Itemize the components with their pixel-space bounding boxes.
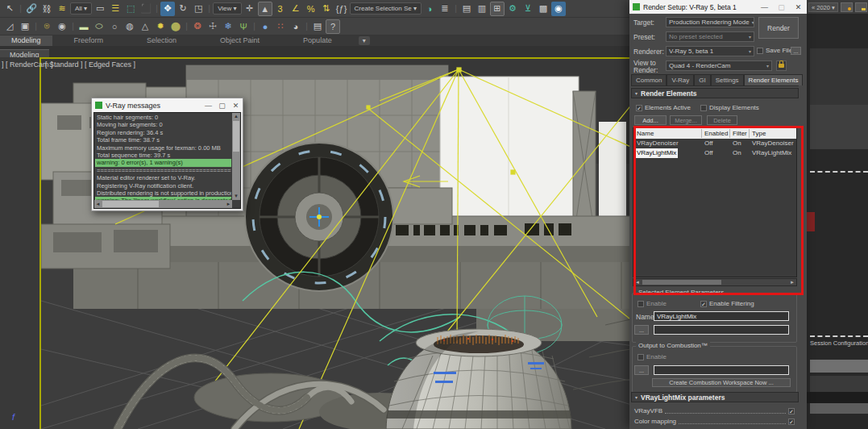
select-object-icon[interactable]: ↖ bbox=[2, 2, 17, 16]
viewport-left-strip[interactable] bbox=[0, 57, 39, 429]
viewport-label-shading[interactable]: [ Standard ] [ Edged Faces ] bbox=[45, 60, 135, 69]
named-selection-set-dropdown[interactable]: Create Selection Se ▾ bbox=[350, 2, 422, 15]
camera-icon[interactable]: ◉ bbox=[55, 19, 69, 34]
snowflake-particles-icon[interactable]: ❄ bbox=[221, 19, 235, 34]
light-icon[interactable]: ⌾ bbox=[39, 19, 54, 34]
corner-widget-icon[interactable]: ◿ bbox=[2, 19, 17, 34]
render-setup-tab[interactable]: V-Ray bbox=[667, 74, 694, 85]
curve-editor-icon[interactable]: ⚙ bbox=[505, 2, 520, 16]
add-button[interactable]: Add... bbox=[634, 115, 667, 125]
toolbar-separator[interactable]: | bbox=[18, 2, 23, 16]
scroll-left-icon[interactable]: ◄ bbox=[94, 200, 102, 208]
snaps-3d-icon[interactable]: 3 bbox=[273, 2, 288, 16]
selection-filter-dropdown[interactable]: All ▾ bbox=[70, 2, 92, 15]
maxscript-icon[interactable]: {ƒ} bbox=[334, 2, 349, 16]
render-elements-rollout[interactable]: ▾ Render Elements bbox=[631, 88, 799, 98]
spinner-snap-icon[interactable]: ⇅ bbox=[319, 2, 334, 16]
torus-primitive-icon[interactable]: ◍ bbox=[123, 19, 137, 34]
bind-to-space-warp-icon[interactable]: ≋ bbox=[55, 2, 69, 16]
angle-snap-icon[interactable]: ∠ bbox=[289, 2, 303, 16]
window-crossing-icon[interactable]: ⬛ bbox=[139, 2, 153, 16]
open-folder-icon[interactable] bbox=[855, 2, 867, 12]
checkbox-checked[interactable]: ✓ bbox=[636, 105, 642, 111]
checkbox[interactable] bbox=[638, 301, 644, 307]
select-and-link-icon[interactable]: 🔗 bbox=[24, 2, 39, 16]
percent-snap-icon[interactable]: % bbox=[304, 2, 318, 16]
material-sphere-icon[interactable]: ● bbox=[258, 19, 272, 34]
checkbox-checked[interactable]: ✓ bbox=[788, 408, 795, 414]
render-setup-tab[interactable]: Settings bbox=[711, 74, 744, 85]
bone-tool-icon[interactable]: ❂ bbox=[190, 19, 205, 34]
snaps-toggle-icon[interactable]: ▲ bbox=[258, 2, 272, 16]
plane-primitive-icon[interactable]: ⬤ bbox=[168, 19, 183, 34]
ribbon-tab[interactable]: Freeform bbox=[52, 35, 126, 46]
foliage-icon[interactable]: Ψ bbox=[236, 19, 251, 34]
color-swatches-icon[interactable]: ∷ bbox=[273, 19, 288, 34]
vray-messages-titlebar[interactable]: V-Ray messages — ▢ ✕ bbox=[92, 98, 243, 112]
enable-checkbox[interactable]: Enable bbox=[638, 300, 667, 307]
render-setup-tab[interactable]: Common bbox=[631, 74, 667, 85]
renderer-dropdown[interactable]: V-Ray 5, beta 1 ▾ bbox=[666, 46, 754, 56]
session-configuration-button[interactable]: Session Configuration bbox=[810, 339, 868, 347]
elements-active-checkbox[interactable]: ✓ Elements Active bbox=[636, 104, 691, 111]
checkbox[interactable] bbox=[700, 105, 707, 111]
save-file-browse-button[interactable]: ... bbox=[791, 47, 801, 55]
ribbon-tab[interactable]: Populate bbox=[281, 35, 354, 46]
render-setup-tab[interactable]: GI bbox=[694, 74, 710, 85]
scroll-down-icon[interactable]: ▼ bbox=[232, 193, 240, 200]
layer-explorer-icon[interactable]: ▥ bbox=[475, 2, 489, 16]
material-editor-icon[interactable]: ▩ bbox=[536, 2, 550, 16]
select-and-move-icon[interactable]: ✥ bbox=[160, 2, 175, 16]
create-combustion-workspace-button[interactable]: Create Combustion Workspace Now ... bbox=[652, 378, 791, 387]
scrollbar-thumb[interactable] bbox=[233, 121, 239, 152]
combustion-path-input[interactable] bbox=[654, 365, 789, 375]
sun-light-icon[interactable]: ✹ bbox=[153, 19, 168, 34]
combustion-enable-checkbox[interactable]: Enable bbox=[638, 353, 667, 360]
element-name-input[interactable]: VRayLightMix bbox=[654, 311, 789, 321]
render-button[interactable]: Render bbox=[758, 17, 799, 39]
select-by-name-icon[interactable]: ▭ bbox=[93, 2, 107, 16]
render-setup-tab[interactable]: Render Elements bbox=[744, 74, 804, 85]
element-path-input[interactable] bbox=[654, 325, 789, 335]
minimize-icon[interactable]: — bbox=[756, 3, 773, 11]
checkbox-checked[interactable]: ✓ bbox=[788, 419, 795, 425]
render-setup-titlebar[interactable]: Render Setup: V-Ray 5, beta 1 — ▢ ✕ bbox=[629, 0, 807, 14]
maximize-icon[interactable]: ▢ bbox=[215, 102, 229, 110]
ribbon-tab[interactable]: Modeling bbox=[0, 35, 52, 46]
help-icon[interactable]: ? bbox=[326, 19, 340, 34]
checkbox[interactable] bbox=[638, 354, 644, 360]
workspace-dropdown[interactable]: « 2020 ▾ bbox=[808, 2, 838, 12]
use-pivot-center-icon[interactable]: ✛ bbox=[243, 2, 257, 16]
render-sphere-icon[interactable]: ◕ bbox=[289, 19, 303, 34]
maroon-button[interactable] bbox=[807, 212, 815, 231]
toolbar-separator[interactable]: | bbox=[33, 19, 39, 34]
select-and-rotate-icon[interactable]: ↻ bbox=[176, 2, 190, 16]
pyramid-primitive-icon[interactable]: △ bbox=[138, 19, 152, 34]
geosphere-primitive-icon[interactable]: ○ bbox=[107, 19, 122, 34]
toolbar-separator[interactable]: | bbox=[154, 2, 160, 16]
select-and-scale-icon[interactable]: ◳ bbox=[191, 2, 206, 16]
checkbox[interactable] bbox=[757, 48, 763, 54]
toolbar-separator[interactable]: | bbox=[70, 19, 76, 34]
display-icon[interactable]: ▣ bbox=[18, 19, 32, 34]
selection-list-icon[interactable]: ☰ bbox=[108, 2, 123, 16]
scroll-right-icon[interactable]: ► bbox=[225, 200, 232, 208]
align-icon[interactable]: ≣ bbox=[438, 2, 452, 16]
box-primitive-icon[interactable]: ▬ bbox=[77, 19, 91, 34]
enable-filtering-checkbox[interactable]: ✓ Enable Filtering bbox=[700, 300, 754, 307]
lock-view-toggle[interactable] bbox=[776, 60, 787, 71]
sphere-primitive-icon[interactable]: ⬭ bbox=[92, 19, 106, 34]
rectangular-selection-region-icon[interactable]: ⬚ bbox=[123, 2, 138, 16]
view-to-render-dropdown[interactable]: Quad 4 - RenderCam ▾ bbox=[666, 60, 772, 71]
toolbar-separator[interactable]: | bbox=[453, 2, 459, 16]
mirror-icon[interactable]: ◑ bbox=[422, 2, 437, 16]
scene-explorer-icon[interactable]: ▤ bbox=[459, 2, 474, 16]
biped-icon[interactable]: ☩ bbox=[206, 19, 220, 34]
browse-button[interactable]: ... bbox=[634, 325, 649, 335]
display-elements-checkbox[interactable]: Display Elements bbox=[700, 104, 759, 111]
toolbar-separator[interactable]: | bbox=[251, 19, 257, 34]
minimize-icon[interactable]: — bbox=[201, 102, 215, 110]
schematic-view-icon[interactable]: ⊻ bbox=[521, 2, 535, 16]
ribbon-tab[interactable]: Object Paint bbox=[198, 35, 281, 46]
scroll-up-icon[interactable]: ▲ bbox=[232, 113, 240, 120]
